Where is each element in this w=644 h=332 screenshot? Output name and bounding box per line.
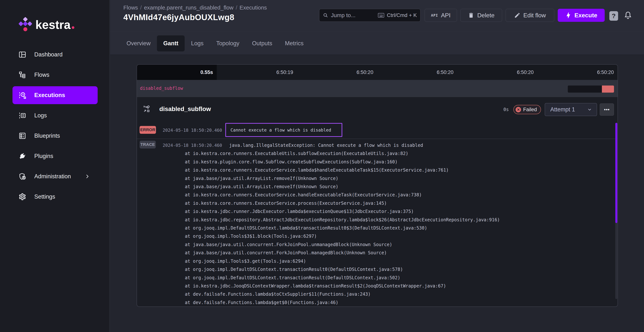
tab-topology[interactable]: Topology — [210, 36, 246, 52]
failed-x-icon: ✕ — [516, 107, 521, 112]
sidebar-nav: Dashboard Flows Executions Logs Blueprin… — [0, 46, 110, 206]
execute-button[interactable]: Execute — [558, 9, 605, 22]
breadcrumb[interactable]: Flows/example.parent_runs_disabled_flow/… — [123, 4, 267, 11]
plugins-icon — [18, 152, 26, 160]
help-button[interactable]: ? — [609, 11, 618, 21]
tab-overview[interactable]: Overview — [120, 36, 157, 52]
sidebar-item-blueprints[interactable]: Blueprints — [12, 127, 98, 145]
tab-bar: Overview Gantt Logs Topology Outputs Met… — [110, 32, 644, 55]
tab-metrics[interactable]: Metrics — [278, 36, 310, 52]
bell-icon[interactable] — [624, 10, 632, 20]
error-message: Cannot execute a flow which is disabled — [230, 128, 331, 132]
sidebar-item-administration[interactable]: Administration — [12, 168, 98, 186]
search-input[interactable]: Jump to... Ctrl/Cmd + K — [319, 9, 420, 22]
api-button[interactable]: API API — [424, 9, 457, 22]
task-name: disabled_subflow — [159, 106, 211, 112]
tab-outputs[interactable]: Outputs — [246, 36, 278, 52]
gantt-failed-segment — [602, 86, 614, 92]
subflow-icon — [142, 104, 151, 114]
kestra-logo[interactable]: kestra — [18, 17, 74, 33]
search-icon — [323, 12, 328, 18]
log-row-trace: TRACE 2024-05-18 18:50:20.460 java.lang.… — [137, 139, 618, 306]
logs-icon — [18, 112, 26, 120]
delete-button[interactable]: Delete — [460, 9, 502, 22]
keyboard-icon — [378, 13, 384, 18]
edit-flow-button[interactable]: Edit flow — [506, 9, 554, 22]
sidebar-item-executions[interactable]: Executions — [12, 86, 98, 104]
logo-dot — [72, 26, 74, 29]
sidebar-item-logs[interactable]: Logs — [12, 106, 98, 124]
timeline-header: 0.55s 6:50:19 6:50:20 6:50:20 6:50:20 6:… — [137, 65, 618, 80]
sidebar-item-flows[interactable]: Flows — [12, 66, 98, 84]
sidebar: kestra Dashboard Flows Executions Logs — [0, 0, 110, 332]
kestra-logo-icon — [18, 17, 33, 33]
page-title: 4VhMId47e6jyAubOUXLwg8 — [123, 13, 234, 22]
trace-level-badge: TRACE — [140, 141, 156, 148]
gantt-task-label[interactable]: disabled_subflow — [140, 80, 183, 97]
blueprints-icon — [18, 132, 26, 140]
breadcrumb-executions[interactable]: Executions — [240, 4, 267, 10]
administration-icon — [18, 172, 26, 180]
breadcrumb-flows[interactable]: Flows — [123, 4, 138, 10]
api-icon: API — [431, 13, 438, 17]
executions-icon — [18, 91, 26, 99]
trash-icon — [468, 12, 474, 18]
error-timestamp: 2024-05-18 18:50:20.460 — [163, 128, 222, 133]
tab-logs[interactable]: Logs — [185, 36, 210, 52]
sidebar-item-dashboard[interactable]: Dashboard — [12, 46, 98, 64]
duration-cell: 0.55s — [137, 65, 217, 80]
task-duration: 0s — [504, 107, 509, 112]
pencil-icon — [514, 12, 520, 18]
timeline-times: 6:50:19 6:50:20 6:50:20 6:50:20 6:50:20 — [217, 65, 618, 80]
task-controls: 0s ✕ Failed Attempt 1 ••• — [504, 97, 614, 122]
error-level-badge: ERROR — [140, 126, 156, 134]
error-message-box: Cannot execute a flow which is disabled — [225, 123, 342, 137]
lightning-icon — [565, 12, 572, 18]
sidebar-item-plugins[interactable]: Plugins — [12, 147, 98, 165]
scrollbar-thumb[interactable] — [615, 123, 617, 223]
dashboard-icon — [18, 50, 26, 59]
log-row-error: ERROR 2024-05-18 18:50:20.460 Cannot exe… — [137, 122, 618, 139]
status-badge-failed[interactable]: ✕ Failed — [513, 105, 541, 114]
task-header-row: disabled_subflow 0s ✕ Failed Attempt 1 •… — [137, 97, 618, 122]
chevron-right-icon — [84, 174, 90, 179]
more-options-button[interactable]: ••• — [600, 104, 614, 116]
gantt-row[interactable]: disabled_subflow — [137, 80, 618, 97]
gantt-panel: 0.55s 6:50:19 6:50:20 6:50:20 6:50:20 6:… — [136, 64, 618, 307]
tab-gantt[interactable]: Gantt — [157, 36, 185, 52]
stack-trace: java.lang.IllegalStateException: Cannot … — [185, 141, 500, 307]
logo-text: kestra — [36, 18, 74, 32]
flows-icon — [18, 71, 26, 79]
attempt-dropdown[interactable]: Attempt 1 — [545, 103, 597, 116]
gantt-progress-bar — [568, 86, 614, 92]
sidebar-item-settings[interactable]: Settings — [12, 188, 98, 206]
settings-icon — [18, 193, 26, 201]
header: Flows/example.parent_runs_disabled_flow/… — [110, 0, 644, 32]
breadcrumb-flow-name[interactable]: example.parent_runs_disabled_flow — [144, 4, 234, 10]
chevron-down-icon — [587, 107, 592, 112]
